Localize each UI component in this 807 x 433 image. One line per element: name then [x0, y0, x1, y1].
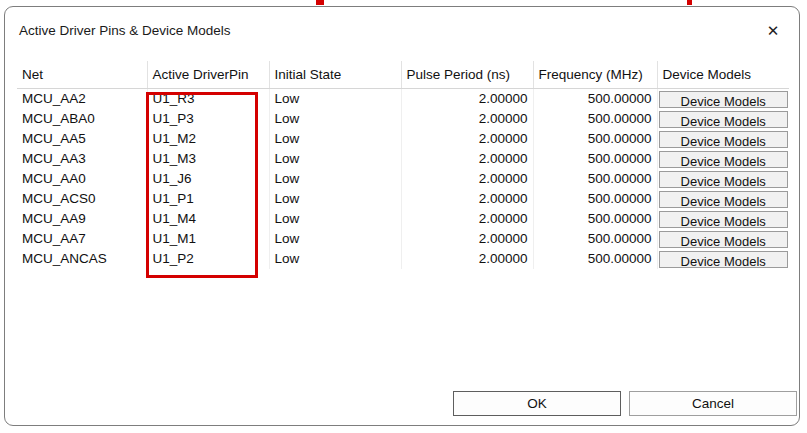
frequency-cell[interactable]: 500.00000: [533, 189, 657, 209]
close-icon[interactable]: ✕: [761, 19, 785, 43]
initial-state-cell[interactable]: Low: [269, 249, 401, 269]
red-annotation-mark: [687, 0, 692, 5]
frequency-cell[interactable]: 500.00000: [533, 249, 657, 269]
net-cell[interactable]: MCU_AA9: [17, 209, 147, 229]
device-models-button[interactable]: Device Models: [659, 251, 789, 268]
initial-state-cell[interactable]: Low: [269, 89, 401, 110]
initial-state-cell[interactable]: Low: [269, 169, 401, 189]
driver-pin-cell[interactable]: U1_P3: [147, 109, 269, 129]
device-models-cell: Device Models: [657, 109, 789, 129]
frequency-cell[interactable]: 500.00000: [533, 209, 657, 229]
pulse-period-cell[interactable]: 2.00000: [401, 109, 533, 129]
frequency-cell[interactable]: 500.00000: [533, 109, 657, 129]
device-models-cell: Device Models: [657, 209, 789, 229]
pulse-period-cell[interactable]: 2.00000: [401, 229, 533, 249]
device-models-cell: Device Models: [657, 149, 789, 169]
red-annotation-mark: [316, 0, 324, 5]
frequency-cell[interactable]: 500.00000: [533, 149, 657, 169]
device-models-button[interactable]: Device Models: [659, 211, 789, 228]
pulse-period-cell[interactable]: 2.00000: [401, 209, 533, 229]
net-cell[interactable]: MCU_AA2: [17, 89, 147, 110]
initial-state-cell[interactable]: Low: [269, 209, 401, 229]
column-header-frequency: Frequency (MHz): [533, 61, 657, 89]
table-row: MCU_AA3 U1_M3 Low 2.00000 500.00000 Devi…: [17, 149, 789, 169]
device-models-cell: Device Models: [657, 189, 789, 209]
device-models-button[interactable]: Device Models: [659, 131, 789, 148]
driver-pin-cell[interactable]: U1_J6: [147, 169, 269, 189]
net-cell[interactable]: MCU_ABA0: [17, 109, 147, 129]
ok-button[interactable]: OK: [453, 391, 621, 416]
driver-pin-cell[interactable]: U1_M2: [147, 129, 269, 149]
table-header-row: Net Active DriverPin Initial State Pulse…: [17, 61, 789, 89]
table-row: MCU_ACS0 U1_P1 Low 2.00000 500.00000 Dev…: [17, 189, 789, 209]
pulse-period-cell[interactable]: 2.00000: [401, 89, 533, 110]
initial-state-cell[interactable]: Low: [269, 229, 401, 249]
table-row: MCU_AA5 U1_M2 Low 2.00000 500.00000 Devi…: [17, 129, 789, 149]
dialog-title: Active Driver Pins & Device Models: [19, 23, 231, 38]
device-models-button[interactable]: Device Models: [659, 171, 789, 188]
pulse-period-cell[interactable]: 2.00000: [401, 169, 533, 189]
device-models-cell: Device Models: [657, 89, 789, 110]
driver-pins-table: Net Active DriverPin Initial State Pulse…: [17, 61, 791, 301]
device-models-cell: Device Models: [657, 129, 789, 149]
table-row: MCU_AA9 U1_M4 Low 2.00000 500.00000 Devi…: [17, 209, 789, 229]
net-cell[interactable]: MCU_ACS0: [17, 189, 147, 209]
device-models-cell: Device Models: [657, 229, 789, 249]
initial-state-cell[interactable]: Low: [269, 189, 401, 209]
driver-pin-cell[interactable]: U1_M3: [147, 149, 269, 169]
net-cell[interactable]: MCU_ANCAS: [17, 249, 147, 269]
active-driver-pins-dialog: Active Driver Pins & Device Models ✕ Net…: [4, 6, 800, 426]
pulse-period-cell[interactable]: 2.00000: [401, 129, 533, 149]
column-header-net: Net: [17, 61, 147, 89]
column-header-device-models: Device Models: [657, 61, 789, 89]
net-cell[interactable]: MCU_AA0: [17, 169, 147, 189]
net-cell[interactable]: MCU_AA5: [17, 129, 147, 149]
initial-state-cell[interactable]: Low: [269, 129, 401, 149]
driver-pin-cell[interactable]: U1_M4: [147, 209, 269, 229]
frequency-cell[interactable]: 500.00000: [533, 129, 657, 149]
table-row: MCU_ANCAS U1_P2 Low 2.00000 500.00000 De…: [17, 249, 789, 269]
driver-pin-cell[interactable]: U1_P2: [147, 249, 269, 269]
column-header-initial-state: Initial State: [269, 61, 401, 89]
driver-pin-cell[interactable]: U1_P1: [147, 189, 269, 209]
driver-pin-cell[interactable]: U1_R3: [147, 89, 269, 110]
table-row: MCU_ABA0 U1_P3 Low 2.00000 500.00000 Dev…: [17, 109, 789, 129]
table-row: MCU_AA7 U1_M1 Low 2.00000 500.00000 Devi…: [17, 229, 789, 249]
driver-pin-cell[interactable]: U1_M1: [147, 229, 269, 249]
device-models-button[interactable]: Device Models: [659, 111, 789, 128]
device-models-button[interactable]: Device Models: [659, 191, 789, 208]
net-cell[interactable]: MCU_AA7: [17, 229, 147, 249]
device-models-button[interactable]: Device Models: [659, 91, 789, 108]
column-header-driver-pin: Active DriverPin: [147, 61, 269, 89]
device-models-cell: Device Models: [657, 169, 789, 189]
frequency-cell[interactable]: 500.00000: [533, 229, 657, 249]
frequency-cell[interactable]: 500.00000: [533, 89, 657, 110]
pulse-period-cell[interactable]: 2.00000: [401, 149, 533, 169]
table-body: MCU_AA2 U1_R3 Low 2.00000 500.00000 Devi…: [17, 89, 789, 270]
initial-state-cell[interactable]: Low: [269, 149, 401, 169]
device-models-button[interactable]: Device Models: [659, 151, 789, 168]
initial-state-cell[interactable]: Low: [269, 109, 401, 129]
net-cell[interactable]: MCU_AA3: [17, 149, 147, 169]
pulse-period-cell[interactable]: 2.00000: [401, 189, 533, 209]
device-models-cell: Device Models: [657, 249, 789, 269]
frequency-cell[interactable]: 500.00000: [533, 169, 657, 189]
table-row: MCU_AA2 U1_R3 Low 2.00000 500.00000 Devi…: [17, 89, 789, 110]
cancel-button[interactable]: Cancel: [629, 391, 797, 416]
dialog-title-bar: Active Driver Pins & Device Models ✕: [5, 7, 799, 53]
device-models-button[interactable]: Device Models: [659, 231, 789, 248]
column-header-pulse-period: Pulse Period (ns): [401, 61, 533, 89]
table-row: MCU_AA0 U1_J6 Low 2.00000 500.00000 Devi…: [17, 169, 789, 189]
pulse-period-cell[interactable]: 2.00000: [401, 249, 533, 269]
